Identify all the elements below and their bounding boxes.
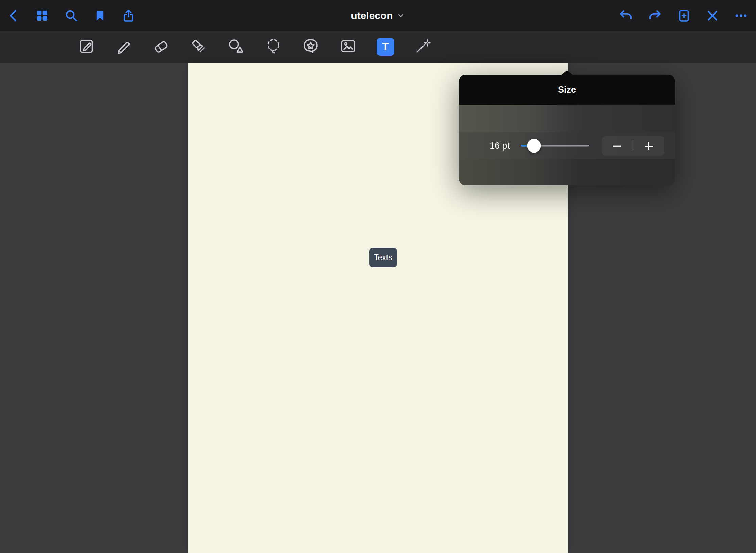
- topbar-right-group: [619, 0, 748, 31]
- popover-caret: [561, 70, 573, 75]
- eraser-icon: [152, 37, 170, 57]
- size-slider[interactable]: [521, 132, 589, 159]
- share-button[interactable]: [122, 9, 135, 22]
- more-button[interactable]: [734, 9, 748, 22]
- add-page-icon: [677, 9, 691, 22]
- undo-icon: [619, 8, 633, 23]
- topbar-left-group: [7, 0, 135, 31]
- page-edit-icon: [77, 37, 96, 57]
- chevron-down-icon: [397, 11, 405, 22]
- shapes-icon: [227, 37, 245, 57]
- size-stepper: − +: [602, 136, 664, 156]
- ellipsis-icon: [734, 9, 748, 22]
- decrease-size-button[interactable]: −: [602, 136, 633, 156]
- thumbnails-button[interactable]: [35, 9, 49, 22]
- back-button[interactable]: [7, 8, 20, 23]
- size-value-label: 16 pt: [472, 132, 510, 159]
- top-navigation-bar: utelecon: [0, 0, 756, 31]
- size-slider-thumb[interactable]: [527, 139, 541, 153]
- close-button[interactable]: [706, 9, 719, 22]
- share-icon: [122, 9, 135, 22]
- highlighter-tool-button[interactable]: [189, 38, 208, 56]
- size-popover: Size 16 pt − +: [459, 70, 675, 185]
- laser-pointer-icon: [414, 37, 432, 57]
- lasso-tool-button[interactable]: [264, 38, 282, 56]
- popover-top-band: [459, 105, 675, 132]
- laser-tool-button[interactable]: [414, 38, 432, 56]
- increase-size-button[interactable]: +: [633, 136, 664, 156]
- search-button[interactable]: [65, 9, 78, 22]
- image-icon: [339, 37, 357, 57]
- highlighter-icon: [189, 37, 208, 57]
- canvas-text-object[interactable]: Texts: [369, 248, 397, 267]
- close-icon: [706, 9, 719, 22]
- undo-button[interactable]: [619, 8, 633, 23]
- document-title-button[interactable]: utelecon: [351, 9, 405, 22]
- text-tool-button[interactable]: T: [376, 38, 395, 56]
- elements-tool-button[interactable]: [302, 38, 320, 56]
- redo-icon: [648, 8, 662, 23]
- popover-body: Size 16 pt − +: [459, 75, 675, 185]
- pen-icon: [115, 37, 133, 57]
- text-tool-icon: T: [377, 38, 394, 56]
- document-title: utelecon: [351, 10, 393, 21]
- search-icon: [65, 9, 78, 22]
- bookmark-icon: [94, 9, 106, 22]
- star-sticker-icon: [302, 37, 320, 57]
- add-page-button[interactable]: [677, 9, 691, 22]
- tool-group: T: [77, 31, 432, 63]
- chevron-left-icon: [7, 8, 20, 23]
- redo-button[interactable]: [648, 8, 662, 23]
- tool-bar: T HiraginoSans-... 16 T: [0, 31, 756, 63]
- image-tool-button[interactable]: [339, 38, 357, 56]
- pen-tool-button[interactable]: [115, 38, 133, 56]
- lasso-icon: [264, 37, 282, 57]
- popover-bottom-band: [459, 159, 675, 185]
- grid-icon: [35, 9, 49, 22]
- eraser-tool-button[interactable]: [152, 38, 170, 56]
- page-edit-tool-button[interactable]: [77, 38, 96, 56]
- size-slider-row: 16 pt − +: [459, 132, 675, 159]
- bookmark-button[interactable]: [94, 9, 106, 22]
- shapes-tool-button[interactable]: [227, 38, 245, 56]
- popover-title: Size: [459, 75, 675, 105]
